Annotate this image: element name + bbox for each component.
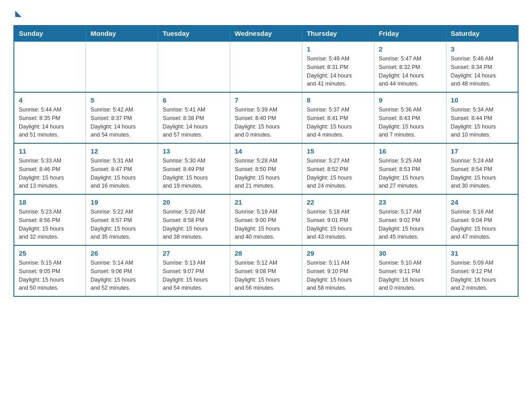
calendar-empty-cell <box>86 41 158 92</box>
calendar-day-18: 18Sunrise: 5:23 AMSunset: 8:56 PMDayligh… <box>14 194 86 245</box>
day-number: 7 <box>235 96 297 104</box>
calendar-day-23: 23Sunrise: 5:17 AMSunset: 9:02 PMDayligh… <box>374 194 446 245</box>
calendar-day-17: 17Sunrise: 5:24 AMSunset: 8:54 PMDayligh… <box>446 143 518 194</box>
calendar-day-7: 7Sunrise: 5:39 AMSunset: 8:40 PMDaylight… <box>230 92 302 143</box>
header <box>13 9 519 16</box>
day-number: 26 <box>90 249 153 257</box>
day-number: 25 <box>19 249 81 257</box>
calendar-day-11: 11Sunrise: 5:33 AMSunset: 8:46 PMDayligh… <box>14 143 86 194</box>
day-info: Sunrise: 5:23 AMSunset: 8:56 PMDaylight:… <box>19 208 81 241</box>
calendar-day-21: 21Sunrise: 5:19 AMSunset: 9:00 PMDayligh… <box>230 194 302 245</box>
day-info: Sunrise: 5:33 AMSunset: 8:46 PMDaylight:… <box>19 157 81 190</box>
day-info: Sunrise: 5:27 AMSunset: 8:52 PMDaylight:… <box>307 157 369 190</box>
logo-arrow-icon <box>15 11 21 17</box>
calendar-header-row: SundayMondayTuesdayWednesdayThursdayFrid… <box>14 26 518 41</box>
day-number: 29 <box>307 249 369 257</box>
day-number: 28 <box>235 249 297 257</box>
day-number: 19 <box>90 198 153 206</box>
day-info: Sunrise: 5:46 AMSunset: 8:34 PMDaylight:… <box>451 55 513 88</box>
day-number: 14 <box>235 147 297 155</box>
calendar-day-4: 4Sunrise: 5:44 AMSunset: 8:35 PMDaylight… <box>14 92 86 143</box>
day-info: Sunrise: 5:09 AMSunset: 9:12 PMDaylight:… <box>451 259 513 292</box>
day-number: 22 <box>307 198 369 206</box>
calendar-table: SundayMondayTuesdayWednesdayThursdayFrid… <box>13 25 519 297</box>
day-number: 16 <box>379 147 442 155</box>
calendar-day-9: 9Sunrise: 5:36 AMSunset: 8:43 PMDaylight… <box>374 92 446 143</box>
calendar-day-20: 20Sunrise: 5:20 AMSunset: 8:58 PMDayligh… <box>158 194 230 245</box>
day-number: 31 <box>451 249 513 257</box>
day-info: Sunrise: 5:28 AMSunset: 8:50 PMDaylight:… <box>235 157 297 190</box>
calendar-day-5: 5Sunrise: 5:42 AMSunset: 8:37 PMDaylight… <box>86 92 158 143</box>
calendar-week-row: 18Sunrise: 5:23 AMSunset: 8:56 PMDayligh… <box>14 194 518 245</box>
calendar-day-1: 1Sunrise: 5:49 AMSunset: 8:31 PMDaylight… <box>302 41 374 92</box>
day-info: Sunrise: 5:25 AMSunset: 8:53 PMDaylight:… <box>379 157 442 190</box>
day-info: Sunrise: 5:44 AMSunset: 8:35 PMDaylight:… <box>19 106 81 139</box>
weekday-header-wednesday: Wednesday <box>230 26 302 41</box>
day-info: Sunrise: 5:11 AMSunset: 9:10 PMDaylight:… <box>307 259 369 292</box>
calendar-day-24: 24Sunrise: 5:16 AMSunset: 9:04 PMDayligh… <box>446 194 518 245</box>
calendar-day-3: 3Sunrise: 5:46 AMSunset: 8:34 PMDaylight… <box>446 41 518 92</box>
calendar-day-30: 30Sunrise: 5:10 AMSunset: 9:11 PMDayligh… <box>374 245 446 296</box>
calendar-empty-cell <box>158 41 230 92</box>
day-info: Sunrise: 5:31 AMSunset: 8:47 PMDaylight:… <box>90 157 153 190</box>
calendar-day-25: 25Sunrise: 5:15 AMSunset: 9:05 PMDayligh… <box>14 245 86 296</box>
weekday-header-friday: Friday <box>374 26 446 41</box>
day-info: Sunrise: 5:30 AMSunset: 8:49 PMDaylight:… <box>163 157 225 190</box>
day-number: 3 <box>451 45 513 53</box>
calendar-day-13: 13Sunrise: 5:30 AMSunset: 8:49 PMDayligh… <box>158 143 230 194</box>
day-number: 5 <box>90 96 153 104</box>
calendar-week-row: 25Sunrise: 5:15 AMSunset: 9:05 PMDayligh… <box>14 245 518 296</box>
day-info: Sunrise: 5:42 AMSunset: 8:37 PMDaylight:… <box>90 106 153 139</box>
day-info: Sunrise: 5:22 AMSunset: 8:57 PMDaylight:… <box>90 208 153 241</box>
day-number: 6 <box>163 96 225 104</box>
day-info: Sunrise: 5:14 AMSunset: 9:06 PMDaylight:… <box>90 259 153 292</box>
day-info: Sunrise: 5:36 AMSunset: 8:43 PMDaylight:… <box>379 106 442 139</box>
calendar-day-12: 12Sunrise: 5:31 AMSunset: 8:47 PMDayligh… <box>86 143 158 194</box>
calendar-day-2: 2Sunrise: 5:47 AMSunset: 8:32 PMDaylight… <box>374 41 446 92</box>
day-number: 8 <box>307 96 369 104</box>
calendar-day-10: 10Sunrise: 5:34 AMSunset: 8:44 PMDayligh… <box>446 92 518 143</box>
day-info: Sunrise: 5:34 AMSunset: 8:44 PMDaylight:… <box>451 106 513 139</box>
day-info: Sunrise: 5:10 AMSunset: 9:11 PMDaylight:… <box>379 259 442 292</box>
day-number: 21 <box>235 198 297 206</box>
day-info: Sunrise: 5:49 AMSunset: 8:31 PMDaylight:… <box>307 55 369 88</box>
calendar-day-19: 19Sunrise: 5:22 AMSunset: 8:57 PMDayligh… <box>86 194 158 245</box>
logo <box>13 9 21 16</box>
day-info: Sunrise: 5:12 AMSunset: 9:08 PMDaylight:… <box>235 259 297 292</box>
calendar-day-31: 31Sunrise: 5:09 AMSunset: 9:12 PMDayligh… <box>446 245 518 296</box>
day-info: Sunrise: 5:16 AMSunset: 9:04 PMDaylight:… <box>451 208 513 241</box>
day-number: 2 <box>379 45 442 53</box>
calendar-day-6: 6Sunrise: 5:41 AMSunset: 8:38 PMDaylight… <box>158 92 230 143</box>
weekday-header-saturday: Saturday <box>446 26 518 41</box>
calendar-day-29: 29Sunrise: 5:11 AMSunset: 9:10 PMDayligh… <box>302 245 374 296</box>
day-number: 23 <box>379 198 442 206</box>
day-number: 4 <box>19 96 81 104</box>
calendar-day-14: 14Sunrise: 5:28 AMSunset: 8:50 PMDayligh… <box>230 143 302 194</box>
day-number: 15 <box>307 147 369 155</box>
weekday-header-thursday: Thursday <box>302 26 374 41</box>
calendar-week-row: 11Sunrise: 5:33 AMSunset: 8:46 PMDayligh… <box>14 143 518 194</box>
day-info: Sunrise: 5:39 AMSunset: 8:40 PMDaylight:… <box>235 106 297 139</box>
day-number: 13 <box>163 147 225 155</box>
day-number: 24 <box>451 198 513 206</box>
page: SundayMondayTuesdayWednesdayThursdayFrid… <box>0 0 532 306</box>
day-info: Sunrise: 5:13 AMSunset: 9:07 PMDaylight:… <box>163 259 225 292</box>
calendar-day-28: 28Sunrise: 5:12 AMSunset: 9:08 PMDayligh… <box>230 245 302 296</box>
calendar-day-16: 16Sunrise: 5:25 AMSunset: 8:53 PMDayligh… <box>374 143 446 194</box>
day-number: 30 <box>379 249 442 257</box>
day-number: 27 <box>163 249 225 257</box>
day-info: Sunrise: 5:37 AMSunset: 8:41 PMDaylight:… <box>307 106 369 139</box>
day-info: Sunrise: 5:24 AMSunset: 8:54 PMDaylight:… <box>451 157 513 190</box>
calendar-empty-cell <box>14 41 86 92</box>
calendar-empty-cell <box>230 41 302 92</box>
day-info: Sunrise: 5:47 AMSunset: 8:32 PMDaylight:… <box>379 55 442 88</box>
day-info: Sunrise: 5:18 AMSunset: 9:01 PMDaylight:… <box>307 208 369 241</box>
day-info: Sunrise: 5:15 AMSunset: 9:05 PMDaylight:… <box>19 259 81 292</box>
weekday-header-sunday: Sunday <box>14 26 86 41</box>
calendar-week-row: 1Sunrise: 5:49 AMSunset: 8:31 PMDaylight… <box>14 41 518 92</box>
day-number: 12 <box>90 147 153 155</box>
day-info: Sunrise: 5:41 AMSunset: 8:38 PMDaylight:… <box>163 106 225 139</box>
day-info: Sunrise: 5:19 AMSunset: 9:00 PMDaylight:… <box>235 208 297 241</box>
weekday-header-tuesday: Tuesday <box>158 26 230 41</box>
day-number: 17 <box>451 147 513 155</box>
